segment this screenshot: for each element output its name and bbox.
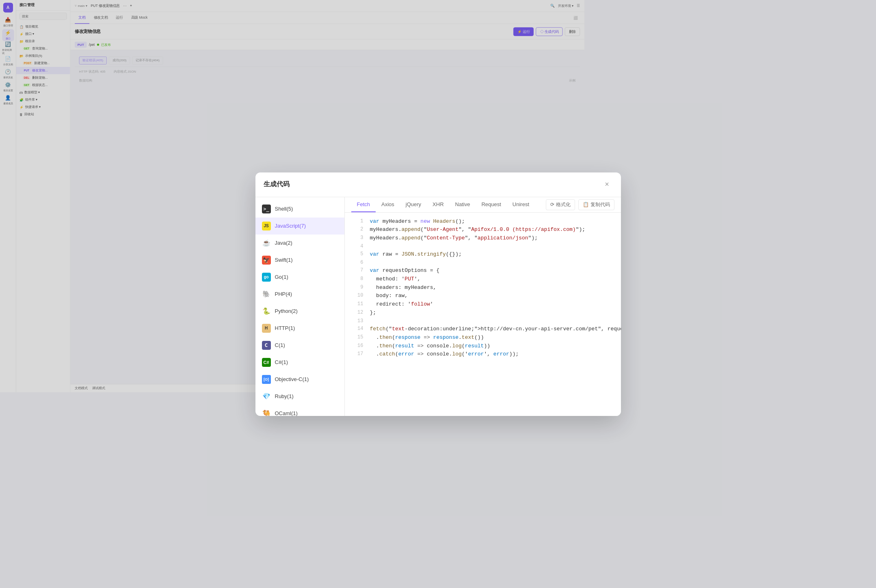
lang-item-ocaml[interactable]: 🐫 OCaml(1)	[255, 405, 344, 416]
code-area: 1var myHeaders = new Headers();2myHeader…	[345, 213, 621, 416]
java-icon: ☕	[262, 239, 271, 248]
copy-code-button[interactable]: 📋 复制代码	[578, 199, 614, 210]
modal-overlay: 生成代码 × >_ Shell(5) JS JavaScript(7) ☕ Ja…	[0, 0, 876, 588]
lang-item-objc[interactable]: [O] Objective-C(1)	[255, 371, 344, 388]
code-tab-request[interactable]: Request	[476, 197, 506, 212]
line-number: 3	[351, 234, 363, 243]
code-tab-axios[interactable]: Axios	[376, 197, 400, 212]
lang-label-objc: Objective-C(1)	[275, 376, 309, 382]
lang-item-javascript[interactable]: JS JavaScript(7)	[255, 218, 344, 235]
code-line: 12};	[345, 309, 621, 317]
lang-label-python: Python(2)	[275, 308, 298, 314]
line-number: 10	[351, 292, 363, 300]
code-line: 13	[345, 317, 621, 325]
modal-title: 生成代码	[264, 180, 290, 189]
ocaml-icon: 🐫	[262, 409, 271, 416]
line-number: 8	[351, 275, 363, 284]
code-tab-native[interactable]: Native	[450, 197, 476, 212]
lang-label-java: Java(2)	[275, 240, 292, 246]
lang-label-swift: Swift(1)	[275, 257, 293, 263]
swift-icon: 🦅	[262, 256, 271, 265]
code-line: 7var requestOptions = {	[345, 267, 621, 275]
code-line: 14fetch("text-decoration:underline;">htt…	[345, 325, 621, 334]
python-icon: 🐍	[262, 307, 271, 316]
lang-item-http[interactable]: H HTTP(1)	[255, 320, 344, 337]
code-tab-fetch[interactable]: Fetch	[351, 197, 376, 212]
objc-icon: [O]	[262, 375, 271, 384]
line-number: 13	[351, 317, 363, 325]
line-number: 5	[351, 250, 363, 259]
line-code: myHeaders.append("Content-Type", "applic…	[370, 234, 538, 243]
lang-label-csharp: C#(1)	[275, 359, 288, 365]
line-code: var requestOptions = {	[370, 267, 440, 275]
format-icon: ⟳	[550, 202, 554, 207]
code-line: 10 body: raw,	[345, 292, 621, 300]
lang-item-go[interactable]: go Go(1)	[255, 269, 344, 286]
line-number: 14	[351, 325, 363, 334]
code-line: 11 redirect: 'follow'	[345, 300, 621, 309]
line-number: 6	[351, 259, 363, 267]
code-line: 3myHeaders.append("Content-Type", "appli…	[345, 234, 621, 243]
code-line: 4	[345, 243, 621, 250]
csharp-icon: C#	[262, 358, 271, 367]
code-tab-xhr[interactable]: XHR	[427, 197, 449, 212]
line-number: 4	[351, 243, 363, 250]
line-number: 17	[351, 350, 363, 359]
code-line: 8 method: 'PUT',	[345, 275, 621, 284]
lang-item-shell[interactable]: >_ Shell(5)	[255, 200, 344, 218]
code-tab-unirest[interactable]: Unirest	[507, 197, 535, 212]
generate-code-modal: 生成代码 × >_ Shell(5) JS JavaScript(7) ☕ Ja…	[255, 172, 621, 416]
shell-icon: >_	[262, 205, 271, 213]
code-panel: Fetch Axios jQuery XHR Native	[345, 197, 621, 416]
lang-item-csharp[interactable]: C# C#(1)	[255, 354, 344, 371]
line-number: 2	[351, 226, 363, 234]
http-icon: H	[262, 324, 271, 333]
line-code: var myHeaders = new Headers();	[370, 218, 465, 226]
lang-label-javascript: JavaScript(7)	[275, 223, 306, 229]
line-number: 16	[351, 342, 363, 351]
lang-label-ruby: Ruby(1)	[275, 393, 294, 399]
code-line: 15 .then(response => response.text())	[345, 334, 621, 342]
javascript-icon: JS	[262, 222, 271, 230]
c-icon: C	[262, 341, 271, 350]
lang-item-c[interactable]: C C(1)	[255, 337, 344, 354]
code-line: 6	[345, 259, 621, 267]
lang-item-java[interactable]: ☕ Java(2)	[255, 235, 344, 252]
php-icon: 🐘	[262, 290, 271, 299]
lang-label-go: Go(1)	[275, 274, 288, 280]
lang-label-shell: Shell(5)	[275, 206, 293, 212]
line-code: fetch("text-decoration:underline;">http:…	[370, 325, 621, 334]
line-number: 1	[351, 218, 363, 226]
line-code: body: raw,	[370, 292, 408, 300]
lang-item-ruby[interactable]: 💎 Ruby(1)	[255, 388, 344, 405]
line-code: .then(result => console.log(result))	[370, 342, 491, 351]
go-icon: go	[262, 273, 271, 282]
language-list: >_ Shell(5) JS JavaScript(7) ☕ Java(2) 🦅…	[255, 197, 345, 416]
line-code: redirect: 'follow'	[370, 300, 433, 309]
lang-label-php: PHP(4)	[275, 291, 292, 297]
lang-item-python[interactable]: 🐍 Python(2)	[255, 303, 344, 320]
lang-label-ocaml: OCaml(1)	[275, 410, 298, 416]
modal-header: 生成代码 ×	[255, 172, 621, 197]
line-code: .then(response => response.text())	[370, 334, 484, 342]
code-line: 1var myHeaders = new Headers();	[345, 218, 621, 226]
format-button[interactable]: ⟳ 格式化	[546, 199, 575, 210]
code-line: 5var raw = JSON.stringify({});	[345, 250, 621, 259]
line-code: .catch(error => console.log('error', err…	[370, 350, 519, 359]
line-number: 9	[351, 284, 363, 292]
line-code: myHeaders.append("User-Agent", "Apifox/1…	[370, 226, 586, 234]
code-tabs: Fetch Axios jQuery XHR Native	[345, 197, 621, 213]
code-actions: ⟳ 格式化 📋 复制代码	[546, 199, 614, 210]
line-code: headers: myHeaders,	[370, 284, 437, 292]
line-number: 15	[351, 334, 363, 342]
lang-item-swift[interactable]: 🦅 Swift(1)	[255, 252, 344, 269]
line-code: };	[370, 309, 376, 317]
modal-close-button[interactable]: ×	[601, 179, 613, 190]
code-line: 9 headers: myHeaders,	[345, 284, 621, 292]
copy-icon: 📋	[583, 202, 589, 207]
line-number: 7	[351, 267, 363, 275]
lang-label-c: C(1)	[275, 342, 285, 348]
line-code: var raw = JSON.stringify({});	[370, 250, 462, 259]
code-tab-jquery[interactable]: jQuery	[400, 197, 427, 212]
lang-item-php[interactable]: 🐘 PHP(4)	[255, 286, 344, 303]
